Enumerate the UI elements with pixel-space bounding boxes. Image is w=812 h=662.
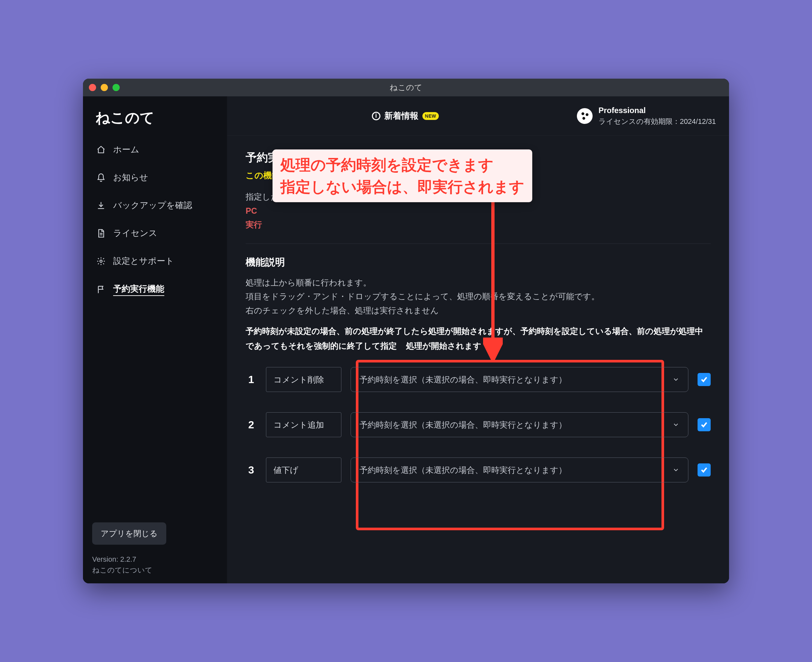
chevron-down-icon [672,421,680,428]
schedule-time-select[interactable]: 予約時刻を選択（未選択の場合、即時実行となります） [351,458,688,482]
close-app-button[interactable]: アプリを閉じる [92,522,166,545]
annotation-line2: 指定しない場合は、即実行されます [280,176,524,198]
select-placeholder: 予約時刻を選択（未選択の場合、即時実行となります） [359,419,567,430]
task-rows: 1 コメント削除 予約時刻を選択（未選択の場合、即時実行となります） [246,367,710,482]
bell-icon [96,173,106,183]
annotation-line1: 処理の予約時刻を設定できます [280,154,524,176]
task-row[interactable]: 3 値下げ 予約時刻を選択（未選択の場合、即時実行となります） [246,458,710,482]
sidebar-item-scheduler[interactable]: 予約実行機能 [92,280,218,299]
version-label: Version: 2.2.7 [92,554,218,565]
check-icon [700,466,708,474]
task-row[interactable]: 1 コメント削除 予約時刻を選択（未選択の場合、即時実行となります） [246,367,710,392]
desc-line1: 処理は上から順番に行われます。 [246,276,710,290]
sidebar-item-settings[interactable]: 設定とサポート [92,252,218,270]
enable-checkbox[interactable] [698,373,710,386]
task-label-box[interactable]: コメント削除 [266,367,342,392]
row-number: 2 [246,419,257,431]
svg-point-0 [100,260,102,262]
sidebar-footer: アプリを閉じる Version: 2.2.7 ねこのてについて [92,522,218,575]
select-placeholder: 予約時刻を選択（未選択の場合、即時実行となります） [359,465,567,476]
sidebar-item-label: お知らせ [113,172,148,183]
main-area: i 新着情報 NEW Professional ライセンスの有効期限：2024/… [227,96,729,583]
app-window: ねこのて ねこのて ホーム お知らせ [83,79,729,583]
pc-warning-line: PC [246,204,710,218]
about-link[interactable]: ねこのてについて [92,565,218,575]
enable-checkbox[interactable] [698,463,710,477]
content-scroll[interactable]: 予約実行機能 この機能 処理の予約時刻を設定できます 指定しない場合は、即実行さ… [227,136,729,583]
info-icon: i [372,112,380,120]
news-button[interactable]: i 新着情報 NEW [240,110,570,122]
schedule-time-select[interactable]: 予約時刻を選択（未選択の場合、即時実行となります） [351,367,688,392]
download-icon [96,201,106,210]
task-row[interactable]: 2 コメント追加 予約時刻を選択（未選択の場合、即時実行となります） [246,412,710,437]
plan-name: Professional [598,105,716,116]
sidebar-nav: ホーム お知らせ バックアップを確認 [92,141,218,299]
sidebar-item-notifications[interactable]: お知らせ [92,169,218,186]
chevron-down-icon [672,466,680,474]
sidebar-item-license[interactable]: ライセンス [92,224,218,242]
annotation-callout: 処理の予約時刻を設定できます 指定しない場合は、即実行されます [272,149,532,202]
row-number: 1 [246,374,257,386]
desc-line2: 項目をドラッグ・アンド・ドロップすることによって、処理の順番を変えることが可能で… [246,289,710,304]
svg-point-2 [586,113,589,116]
document-icon [96,228,106,238]
svg-point-1 [582,112,585,115]
avatar-icon [577,108,593,124]
topbar: i 新着情報 NEW Professional ライセンスの有効期限：2024/… [227,96,729,136]
chevron-down-icon [672,376,680,383]
news-label: 新着情報 [384,110,419,122]
desc-line3: 右のチェックを外した場合、処理は実行されません [246,304,710,318]
sidebar-item-label: ホーム [113,144,139,155]
row-number: 3 [246,464,257,476]
new-badge: NEW [422,112,439,120]
sidebar-item-label: ライセンス [113,227,158,239]
check-icon [700,375,708,384]
license-info: Professional ライセンスの有効期限：2024/12/31 [598,105,716,127]
task-label-box[interactable]: コメント追加 [266,412,342,437]
sidebar-item-label: 予約実行機能 [113,283,164,296]
exec-warning-line: 実行 [246,218,710,232]
gear-icon [96,256,106,266]
task-label: コメント追加 [274,419,324,430]
task-label: 値下げ [274,465,298,476]
app-logo-text: ねこのて [95,108,214,127]
sidebar-item-label: 設定とサポート [113,255,174,267]
select-placeholder: 予約時刻を選択（未選択の場合、即時実行となります） [359,374,567,385]
desc-bold-tail: 処理が開始されます [406,341,482,350]
check-icon [700,421,708,429]
sidebar-item-home[interactable]: ホーム [92,141,218,159]
window-title: ねこのて [83,82,729,93]
window-body: ねこのて ホーム お知らせ [83,96,729,583]
sidebar-item-backup[interactable]: バックアップを確認 [92,196,218,214]
account-area[interactable]: Professional ライセンスの有効期限：2024/12/31 [577,105,716,127]
sidebar-item-label: バックアップを確認 [113,199,192,211]
sidebar: ねこのて ホーム お知らせ [83,96,227,583]
svg-point-3 [582,117,585,120]
enable-checkbox[interactable] [698,418,710,431]
task-label: コメント削除 [274,374,324,385]
flag-icon [96,285,106,295]
schedule-time-select[interactable]: 予約時刻を選択（未選択の場合、即時実行となります） [351,412,688,437]
task-label-box[interactable]: 値下げ [266,458,342,482]
window-titlebar: ねこのて [83,79,729,96]
desc-title: 機能説明 [246,255,710,269]
license-expiry: ライセンスの有効期限：2024/12/31 [598,116,716,127]
home-icon [96,145,106,155]
